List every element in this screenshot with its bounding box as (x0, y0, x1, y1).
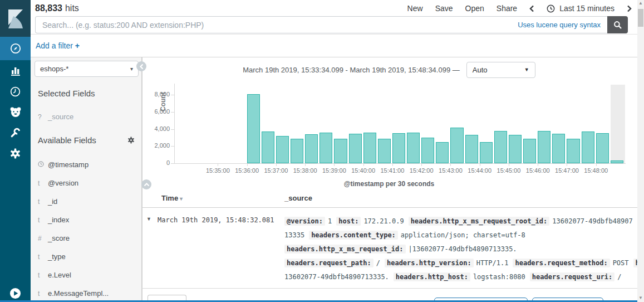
histogram-bar-15:47:30[interactable] (582, 131, 594, 163)
histogram-bar-15:42:00[interactable] (421, 138, 434, 163)
sort-caret-icon: ▾ (180, 196, 183, 202)
search-button[interactable] (607, 16, 628, 33)
histogram-bar-15:40:30[interactable] (378, 139, 391, 163)
bear-face-icon (9, 106, 22, 118)
nav-plugin-monitor[interactable] (0, 101, 31, 123)
field-name: e.MessageTempl... (48, 289, 109, 298)
clock-gauge-icon (9, 86, 21, 98)
histogram-bar-15:46:30[interactable] (552, 134, 565, 163)
menu-save-button[interactable]: Save (435, 4, 453, 13)
histogram-bar-15:48:30[interactable] (611, 160, 623, 163)
source-key: headers.http_host: (394, 272, 470, 281)
chevron-up-icon (144, 182, 150, 187)
histogram-bar-15:45:00[interactable] (509, 135, 522, 163)
field-item-e.MessageTempl...[interactable]: te.MessageTempl... (38, 284, 138, 302)
nav-dashboard[interactable] (0, 81, 31, 102)
search-bar: Search... (e.g. status:200 AND extension… (35, 16, 628, 33)
histogram-bar-15:47:00[interactable] (567, 139, 579, 163)
field-type-string-icon: t (38, 179, 48, 187)
field-item-_source[interactable]: ?_source (38, 108, 138, 126)
hits-summary: 88,833 hits (35, 2, 391, 15)
time-next-button[interactable] (627, 5, 632, 12)
source-key: host: (336, 217, 361, 226)
menu-share-button[interactable]: Share (496, 4, 517, 13)
field-item-@version[interactable]: t@version (38, 174, 138, 192)
select-caret-icon: ▼ (524, 67, 529, 72)
field-sidebar: eshops-* ▾ Selected Fields ?_source Avai… (31, 57, 142, 302)
nav-management[interactable] (0, 143, 31, 164)
gear-icon (9, 148, 21, 159)
histogram-bar-15:39:00[interactable] (334, 139, 347, 163)
histogram-bar-15:41:30[interactable] (407, 133, 420, 163)
add-filter-link[interactable]: Add a filter + (36, 41, 80, 50)
interval-select[interactable]: Auto ▼ (466, 62, 535, 78)
histogram-bar-15:44:30[interactable] (494, 131, 507, 163)
nav-dev-tools[interactable] (0, 122, 31, 143)
field-type-string-icon: t (38, 271, 48, 279)
histogram-bar-15:37:30[interactable] (291, 139, 303, 163)
field-item-@timestamp[interactable]: @timestamp (38, 155, 138, 174)
chevron-left-icon (529, 5, 534, 12)
chevron-left-icon (139, 64, 144, 70)
collapse-chart-button[interactable] (141, 179, 151, 189)
x-tick-label: 15:48:00 (577, 167, 616, 174)
nav-discover[interactable] (0, 37, 31, 60)
histogram-bar-15:48:00[interactable] (596, 133, 609, 163)
scrollbar-thumb[interactable] (638, 9, 643, 27)
index-pattern-select[interactable]: eshops-* ▾ (35, 61, 139, 77)
histogram-bar-15:36:30[interactable] (262, 131, 274, 163)
histogram-bar-15:43:00[interactable] (450, 128, 463, 163)
lucene-syntax-link[interactable]: Uses lucene query syntax (518, 21, 601, 29)
histogram-bar-15:44:00[interactable] (480, 142, 493, 163)
histogram-bar-15:40:00[interactable] (363, 133, 376, 163)
x-tick (538, 164, 538, 166)
nav-collapse-button[interactable] (0, 284, 31, 302)
histogram-bar-15:46:00[interactable] (538, 131, 550, 163)
kibana-discover-app: 88,833 hits NewSaveOpenShare Last 15 min… (0, 0, 644, 302)
histogram-bar-15:36:00[interactable] (247, 94, 260, 163)
kibana-logo[interactable] (0, 0, 31, 38)
plus-icon: + (75, 41, 80, 50)
menu-open-button[interactable]: Open (465, 4, 484, 13)
field-settings-gear-icon[interactable] (127, 137, 135, 144)
time-prev-button[interactable] (529, 5, 534, 12)
field-item-_index[interactable]: t_index (38, 211, 138, 229)
row-time-cell: March 19th 2019, 15:48:32.081 (158, 216, 274, 224)
x-tick (480, 164, 480, 166)
scrollbar-up-arrow[interactable]: ▲ (637, 1, 644, 6)
vertical-scrollbar[interactable]: ▲ ▼ (637, 0, 644, 302)
histogram-bar-15:45:30[interactable] (523, 139, 536, 163)
scrollbar-down-arrow[interactable]: ▼ (637, 295, 644, 300)
search-input[interactable]: Search... (e.g. status:200 AND extension… (35, 16, 607, 33)
nav-visualize[interactable] (0, 60, 31, 81)
field-item-_score[interactable]: #_score (38, 229, 138, 247)
field-item-_type[interactable]: t_type (38, 247, 138, 266)
search-placeholder: Search... (e.g. status:200 AND extension… (42, 21, 204, 30)
column-header-time[interactable]: Time▾ (161, 194, 183, 202)
time-picker-button[interactable]: Last 15 minutes (547, 4, 614, 13)
field-item-e.Level[interactable]: te.Level (38, 266, 138, 284)
field-item-_id[interactable]: t_id (38, 192, 138, 211)
compass-icon (9, 42, 22, 55)
y-tick-label: 4,000 (143, 125, 170, 132)
source-pair: headers.http_version:HTTP/1.1 (385, 259, 509, 267)
collapse-sidebar-button[interactable] (136, 61, 146, 71)
x-axis-title: @timestamp per 30 seconds (142, 180, 636, 188)
histogram-bar-15:42:30[interactable] (436, 142, 449, 163)
source-key: headers.http_version: (385, 259, 474, 267)
histogram-plot[interactable] (174, 85, 625, 163)
histogram-bar-15:41:00[interactable] (392, 133, 405, 163)
x-tick (305, 164, 306, 166)
row-source-cell: @version:1host:172.21.0.9headers.http_x_… (284, 215, 636, 284)
histogram-bar-15:43:30[interactable] (465, 135, 478, 163)
field-type-string-icon: t (38, 216, 48, 224)
histogram-bar-15:39:30[interactable] (349, 134, 362, 163)
histogram-bar-15:37:00[interactable] (276, 136, 289, 163)
bar-chart-icon (10, 65, 21, 76)
chart-header: March 19th 2019, 15:33:34.099 - March 19… (142, 60, 636, 79)
histogram-bar-15:38:30[interactable] (319, 133, 332, 163)
source-value: 1 (328, 217, 332, 225)
histogram-bar-15:38:00[interactable] (305, 134, 318, 163)
row-expand-caret[interactable]: ▼ (146, 216, 151, 222)
menu-new-button[interactable]: New (407, 4, 423, 13)
